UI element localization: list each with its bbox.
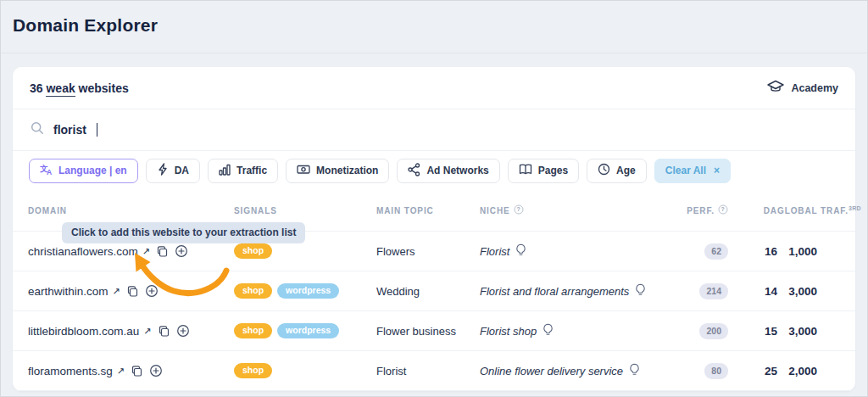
signals-cell: shop wordpress	[234, 323, 376, 338]
filter-da[interactable]: DA	[146, 159, 200, 183]
signal-badge-wordpress: wordpress	[277, 283, 339, 299]
domain-link[interactable]: christianaflowers.com	[28, 245, 138, 258]
help-icon[interactable]: ?	[718, 204, 728, 216]
card-header: 36 weak websites Academy	[13, 67, 855, 109]
niche-label: Online flower delivery service	[480, 365, 623, 377]
results-suffix: websites	[79, 81, 129, 95]
copy-icon[interactable]	[131, 365, 143, 377]
col-da: DA	[728, 206, 777, 215]
main-topic-cell: Flowers	[376, 245, 480, 258]
perf-badge: 80	[704, 363, 728, 379]
external-link-icon[interactable]: ↗	[117, 366, 125, 377]
search-input[interactable]: florist	[13, 109, 855, 151]
perf-cell: 80	[660, 362, 728, 379]
lightbulb-icon[interactable]	[634, 283, 647, 299]
domain-link[interactable]: earthwithin.com	[28, 285, 108, 298]
results-count: 36	[30, 81, 43, 95]
col-signals: SIGNALS	[234, 206, 376, 215]
filter-monetization[interactable]: Monetization	[286, 159, 389, 183]
extraction-tooltip: Click to add this website to your extrac…	[62, 222, 305, 243]
signal-badge-shop: shop	[234, 243, 272, 259]
global-traf-cell: 3,000	[777, 285, 840, 298]
filter-ad-networks-label: Ad Networks	[426, 165, 488, 176]
col-global-traf-label: GLOBAL TRAF.	[777, 206, 849, 215]
clear-all-button[interactable]: Clear All ×	[654, 159, 731, 183]
filters-row: 文 A Language | en DA	[13, 151, 855, 190]
main-topic-cell: Flower business	[376, 325, 480, 338]
share-icon	[408, 163, 420, 179]
copy-icon[interactable]	[156, 245, 169, 258]
filter-language[interactable]: 文 A Language | en	[29, 159, 138, 183]
filter-ad-networks[interactable]: Ad Networks	[397, 159, 499, 183]
copy-icon[interactable]	[126, 285, 139, 298]
header-divider	[1, 53, 867, 53]
table-row: floramoments.sg ↗ shop Florist	[13, 351, 855, 391]
domain-cell: littlebirdbloom.com.au ↗	[28, 324, 234, 338]
niche-label: Florist	[480, 245, 509, 258]
niche-label: Florist shop	[480, 325, 537, 338]
add-to-extraction-icon[interactable]	[145, 284, 159, 298]
academy-label: Academy	[791, 82, 838, 94]
da-cell: 16	[728, 245, 777, 258]
col-global-traf: GLOBAL TRAF.3RD	[777, 205, 840, 215]
filter-age-label: Age	[616, 165, 636, 176]
signal-badge-wordpress: wordpress	[277, 323, 339, 338]
da-cell: 25	[728, 365, 777, 377]
filter-traffic[interactable]: Traffic	[208, 159, 278, 183]
lightbulb-icon[interactable]	[628, 363, 641, 379]
domain-link[interactable]: floramoments.sg	[28, 365, 113, 377]
bar-chart-icon	[219, 164, 231, 178]
banknote-icon	[297, 163, 310, 178]
graduation-cap-icon	[767, 80, 784, 97]
search-icon	[31, 121, 44, 138]
lightbulb-icon[interactable]	[515, 243, 527, 260]
signals-cell: shop	[234, 243, 376, 259]
external-link-icon[interactable]: ↗	[143, 326, 151, 337]
niche-label: Florist and floral arrangements	[480, 285, 629, 298]
svg-text:?: ?	[516, 206, 520, 212]
niche-cell: Online flower delivery service	[480, 363, 660, 379]
col-perf: PERF. ?	[660, 204, 728, 216]
page-title: Domain Explorer	[13, 15, 158, 36]
domain-link[interactable]: littlebirdbloom.com.au	[28, 325, 139, 338]
perf-badge: 62	[704, 243, 728, 260]
external-link-icon[interactable]: ↗	[113, 286, 120, 297]
global-traf-cell: 1,000	[777, 245, 840, 258]
signals-cell: shop wordpress	[234, 283, 376, 299]
results-summary: 36 weak websites	[30, 81, 129, 95]
perf-cell: 214	[660, 282, 728, 299]
external-link-icon[interactable]: ↗	[142, 246, 150, 257]
da-cell: 15	[728, 325, 777, 338]
col-niche: NICHE ?	[480, 204, 660, 216]
add-to-extraction-icon[interactable]	[176, 324, 190, 338]
svg-text:?: ?	[721, 206, 725, 212]
domain-cell: floramoments.sg ↗	[28, 364, 234, 377]
close-icon[interactable]: ×	[714, 165, 720, 176]
results-highlight[interactable]: weak	[46, 81, 75, 97]
main-topic-cell: Florist	[376, 365, 480, 377]
perf-badge: 200	[699, 323, 728, 339]
signal-badge-shop: shop	[234, 283, 272, 299]
academy-link[interactable]: Academy	[767, 80, 838, 97]
add-to-extraction-icon[interactable]	[149, 364, 163, 377]
col-niche-label: NICHE	[480, 206, 510, 215]
signals-cell: shop	[234, 363, 376, 378]
search-value: florist	[53, 123, 86, 137]
lightbulb-icon[interactable]	[542, 323, 554, 339]
domain-explorer-page: Domain Explorer 36 weak websites Academy	[0, 0, 868, 397]
domain-cell: christianaflowers.com ↗	[28, 244, 234, 258]
perf-cell: 62	[660, 243, 728, 260]
book-icon	[519, 163, 532, 178]
filter-age[interactable]: Age	[587, 159, 647, 183]
add-to-extraction-icon[interactable]	[175, 244, 188, 258]
filter-pages-label: Pages	[538, 165, 568, 176]
col-global-traf-sup: 3RD	[849, 205, 861, 211]
help-icon[interactable]: ?	[514, 204, 524, 216]
copy-icon[interactable]	[158, 325, 170, 338]
filter-monetization-label: Monetization	[316, 165, 378, 176]
filter-pages[interactable]: Pages	[508, 159, 579, 183]
global-traf-cell: 3,000	[777, 325, 840, 338]
col-domain: DOMAIN	[28, 206, 234, 215]
svg-text:A: A	[47, 168, 52, 176]
filter-language-label: Language | en	[58, 165, 127, 176]
